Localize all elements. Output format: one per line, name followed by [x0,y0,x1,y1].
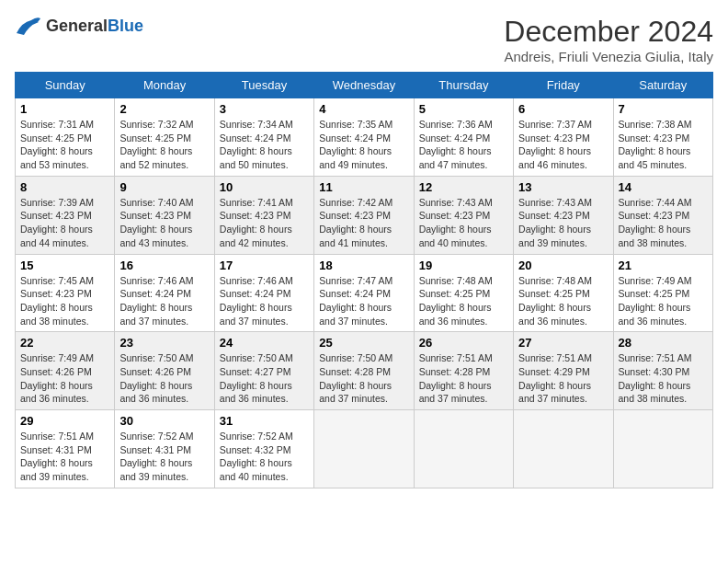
day-number: 13 [518,180,608,194]
day-number: 28 [619,336,708,350]
day-number: 19 [419,259,508,272]
table-row: 29Sunrise: 7:51 AM Sunset: 4:31 PM Dayli… [16,410,115,488]
col-friday: Friday [514,73,613,98]
day-number: 29 [20,414,109,428]
day-number: 8 [20,180,109,194]
day-number: 30 [119,414,209,428]
calendar-week-row: 1Sunrise: 7:31 AM Sunset: 4:25 PM Daylig… [16,98,713,177]
day-info: Sunrise: 7:50 AM Sunset: 4:26 PM Dayligh… [119,351,209,406]
col-tuesday: Tuesday [214,73,313,98]
day-number: 11 [319,180,408,194]
day-info: Sunrise: 7:35 AM Sunset: 4:24 PM Dayligh… [319,118,408,172]
day-info: Sunrise: 7:48 AM Sunset: 4:25 PM Dayligh… [419,274,508,328]
day-number: 2 [119,102,209,116]
table-row: 8Sunrise: 7:39 AM Sunset: 4:23 PM Daylig… [16,176,115,254]
day-info: Sunrise: 7:48 AM Sunset: 4:25 PM Dayligh… [518,274,608,328]
day-number: 12 [419,180,508,194]
table-row: 10Sunrise: 7:41 AM Sunset: 4:23 PM Dayli… [214,176,313,254]
day-number: 15 [20,259,109,272]
day-number: 3 [220,102,309,116]
table-row: 11Sunrise: 7:42 AM Sunset: 4:23 PM Dayli… [314,176,414,254]
day-number: 31 [220,414,309,428]
day-info: Sunrise: 7:36 AM Sunset: 4:24 PM Dayligh… [419,118,508,172]
table-row: 30Sunrise: 7:52 AM Sunset: 4:31 PM Dayli… [115,410,214,488]
col-wednesday: Wednesday [314,73,414,98]
table-row [613,410,712,488]
day-info: Sunrise: 7:43 AM Sunset: 4:23 PM Dayligh… [518,196,608,250]
table-row: 9Sunrise: 7:40 AM Sunset: 4:23 PM Daylig… [115,176,214,254]
calendar-week-row: 8Sunrise: 7:39 AM Sunset: 4:23 PM Daylig… [16,176,713,254]
day-info: Sunrise: 7:40 AM Sunset: 4:23 PM Dayligh… [119,196,209,250]
location-subtitle: Andreis, Friuli Venezia Giulia, Italy [504,49,713,64]
day-number: 20 [518,259,608,272]
day-number: 14 [619,180,708,194]
table-row: 17Sunrise: 7:46 AM Sunset: 4:24 PM Dayli… [214,254,313,332]
day-info: Sunrise: 7:39 AM Sunset: 4:23 PM Dayligh… [20,196,109,250]
header: GeneralBlue December 2024 Andreis, Friul… [15,15,713,64]
logo-text: GeneralBlue [46,17,143,36]
col-monday: Monday [115,73,214,98]
day-number: 21 [619,259,708,272]
day-info: Sunrise: 7:31 AM Sunset: 4:25 PM Dayligh… [20,118,109,172]
day-info: Sunrise: 7:52 AM Sunset: 4:31 PM Dayligh… [119,430,209,484]
table-row [314,410,414,488]
day-number: 26 [419,336,508,350]
col-saturday: Saturday [613,73,712,98]
table-row: 19Sunrise: 7:48 AM Sunset: 4:25 PM Dayli… [414,254,513,332]
table-row: 16Sunrise: 7:46 AM Sunset: 4:24 PM Dayli… [115,254,214,332]
day-number: 24 [220,336,309,350]
days-header-row: Sunday Monday Tuesday Wednesday Thursday… [16,73,713,98]
day-number: 10 [220,180,309,194]
day-number: 23 [119,336,209,350]
day-number: 7 [619,102,708,116]
day-info: Sunrise: 7:50 AM Sunset: 4:28 PM Dayligh… [319,351,408,406]
day-info: Sunrise: 7:42 AM Sunset: 4:23 PM Dayligh… [319,196,408,250]
table-row: 23Sunrise: 7:50 AM Sunset: 4:26 PM Dayli… [115,332,214,410]
table-row [414,410,513,488]
table-row: 5Sunrise: 7:36 AM Sunset: 4:24 PM Daylig… [414,98,513,177]
day-info: Sunrise: 7:47 AM Sunset: 4:24 PM Dayligh… [319,274,408,328]
day-info: Sunrise: 7:46 AM Sunset: 4:24 PM Dayligh… [220,274,309,328]
table-row: 25Sunrise: 7:50 AM Sunset: 4:28 PM Dayli… [314,332,414,410]
day-info: Sunrise: 7:46 AM Sunset: 4:24 PM Dayligh… [119,274,209,328]
day-number: 27 [518,336,608,350]
table-row: 13Sunrise: 7:43 AM Sunset: 4:23 PM Dayli… [514,176,613,254]
table-row: 28Sunrise: 7:51 AM Sunset: 4:30 PM Dayli… [613,332,712,410]
table-row: 2Sunrise: 7:32 AM Sunset: 4:25 PM Daylig… [115,98,214,177]
calendar-week-row: 29Sunrise: 7:51 AM Sunset: 4:31 PM Dayli… [16,410,713,488]
col-thursday: Thursday [414,73,513,98]
table-row: 24Sunrise: 7:50 AM Sunset: 4:27 PM Dayli… [214,332,313,410]
day-info: Sunrise: 7:44 AM Sunset: 4:23 PM Dayligh… [619,196,708,250]
day-number: 9 [119,180,209,194]
day-info: Sunrise: 7:45 AM Sunset: 4:23 PM Dayligh… [20,274,109,328]
day-info: Sunrise: 7:37 AM Sunset: 4:23 PM Dayligh… [518,118,608,172]
title-area: December 2024 Andreis, Friuli Venezia Gi… [504,15,713,64]
day-info: Sunrise: 7:38 AM Sunset: 4:23 PM Dayligh… [619,118,708,172]
table-row: 7Sunrise: 7:38 AM Sunset: 4:23 PM Daylig… [613,98,712,177]
day-info: Sunrise: 7:51 AM Sunset: 4:29 PM Dayligh… [518,351,608,406]
calendar-week-row: 22Sunrise: 7:49 AM Sunset: 4:26 PM Dayli… [16,332,713,410]
table-row: 3Sunrise: 7:34 AM Sunset: 4:24 PM Daylig… [214,98,313,177]
day-info: Sunrise: 7:51 AM Sunset: 4:30 PM Dayligh… [619,351,708,406]
day-info: Sunrise: 7:51 AM Sunset: 4:31 PM Dayligh… [20,430,109,484]
day-number: 22 [20,336,109,350]
table-row: 21Sunrise: 7:49 AM Sunset: 4:25 PM Dayli… [613,254,712,332]
day-info: Sunrise: 7:32 AM Sunset: 4:25 PM Dayligh… [119,118,209,172]
day-info: Sunrise: 7:49 AM Sunset: 4:26 PM Dayligh… [20,351,109,406]
month-title: December 2024 [504,15,713,49]
table-row: 4Sunrise: 7:35 AM Sunset: 4:24 PM Daylig… [314,98,414,177]
table-row: 1Sunrise: 7:31 AM Sunset: 4:25 PM Daylig… [16,98,115,177]
logo-blue: Blue [108,17,143,35]
day-number: 6 [518,102,608,116]
col-sunday: Sunday [16,73,115,98]
logo-icon [15,15,42,37]
day-number: 25 [319,336,408,350]
table-row: 20Sunrise: 7:48 AM Sunset: 4:25 PM Dayli… [514,254,613,332]
calendar-week-row: 15Sunrise: 7:45 AM Sunset: 4:23 PM Dayli… [16,254,713,332]
day-number: 17 [220,259,309,272]
day-info: Sunrise: 7:34 AM Sunset: 4:24 PM Dayligh… [220,118,309,172]
table-row: 26Sunrise: 7:51 AM Sunset: 4:28 PM Dayli… [414,332,513,410]
logo: GeneralBlue [15,15,143,37]
table-row: 12Sunrise: 7:43 AM Sunset: 4:23 PM Dayli… [414,176,513,254]
day-info: Sunrise: 7:51 AM Sunset: 4:28 PM Dayligh… [419,351,508,406]
